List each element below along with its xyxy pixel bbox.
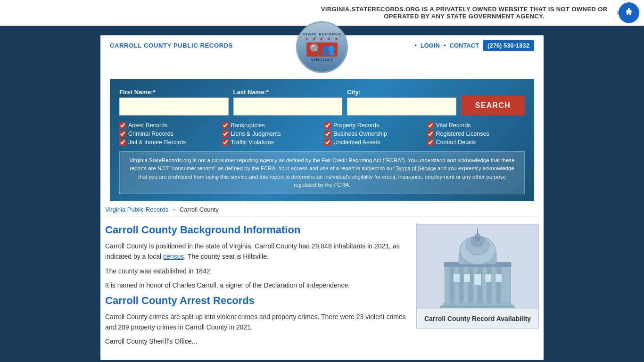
checkbox-input[interactable] bbox=[427, 131, 434, 137]
checkbox-label: Traffic Violations bbox=[231, 139, 274, 146]
svg-rect-7 bbox=[459, 264, 463, 304]
checkbox-label: Registered Licenses bbox=[436, 131, 489, 137]
arrest-text1: Carroll County crimes are split up into … bbox=[105, 312, 407, 333]
search-fields: First Name:* Last Name:* City: SEARCH bbox=[119, 89, 525, 115]
logo-bottom-text: VIRGINIA bbox=[311, 58, 333, 62]
content-sidebar: Carroll County Record Availability bbox=[416, 224, 539, 351]
login-link[interactable]: LOGIN bbox=[421, 42, 440, 49]
checkbox-input[interactable] bbox=[427, 122, 434, 129]
last-name-input[interactable] bbox=[233, 98, 343, 115]
checkbox-item: Bankruptcies bbox=[222, 122, 320, 129]
checkbox-input[interactable] bbox=[119, 131, 126, 137]
checkbox-input[interactable] bbox=[119, 122, 126, 129]
content-main: Carroll County Background Information Ca… bbox=[105, 224, 407, 351]
content-area: Carroll County Background Information Ca… bbox=[105, 224, 539, 360]
banner-text: VIRGINIA.STATERECORDS.ORG IS A PRIVATELY… bbox=[316, 6, 613, 20]
site-title: CARROLL COUNTY PUBLIC RECORDS bbox=[110, 42, 233, 49]
logo-center: STATE RECORDS ★ ★ ★ ★ ★ 🔍👥 VIRGINIA bbox=[296, 21, 348, 73]
sidebar-card-title: Carroll County Record Availability bbox=[417, 309, 538, 328]
search-section: First Name:* Last Name:* City: SEARCH bbox=[110, 79, 534, 201]
last-name-label: Last Name:* bbox=[233, 89, 343, 96]
accessibility-button[interactable] bbox=[619, 2, 639, 23]
svg-rect-24 bbox=[474, 274, 481, 286]
disclaimer: Virginia.StateRecords.org is not a consu… bbox=[119, 151, 525, 194]
checkbox-input[interactable] bbox=[427, 139, 434, 146]
breadcrumb: Virginia Public Records › Carroll County bbox=[105, 201, 539, 216]
bg-text1: Carroll County is positioned in the stat… bbox=[105, 241, 407, 262]
breadcrumb-area: Virginia Public Records › Carroll County… bbox=[100, 201, 544, 360]
header-top: CARROLL COUNTY PUBLIC RECORDS STATE RECO… bbox=[110, 40, 534, 56]
checkbox-input[interactable] bbox=[222, 131, 229, 137]
breadcrumb-parent-link[interactable]: Virginia Public Records bbox=[105, 206, 168, 213]
checkbox-item: Business Ownership bbox=[324, 131, 422, 137]
svg-rect-6 bbox=[449, 264, 454, 304]
city-label: City: bbox=[347, 89, 456, 96]
checkbox-label: Contact Details bbox=[436, 139, 476, 146]
svg-rect-23 bbox=[463, 274, 470, 282]
checkbox-item: Vital Records bbox=[427, 122, 525, 129]
checkbox-item: Liens & Judgments bbox=[222, 131, 320, 137]
main-wrapper: CARROLL COUNTY PUBLIC RECORDS STATE RECO… bbox=[96, 26, 548, 362]
svg-point-2 bbox=[628, 8, 630, 9]
checkbox-item: Traffic Violations bbox=[222, 139, 320, 146]
checkbox-item: Criminal Records bbox=[119, 131, 217, 137]
checkbox-label: Criminal Records bbox=[128, 131, 173, 137]
checkbox-label: Liens & Judgments bbox=[231, 131, 281, 137]
checkbox-label: Unclaimed Assets bbox=[333, 139, 380, 146]
svg-rect-22 bbox=[453, 274, 460, 282]
svg-rect-8 bbox=[468, 264, 473, 304]
sidebar-card-image bbox=[417, 224, 538, 309]
checkbox-input[interactable] bbox=[222, 122, 229, 129]
arrest-section-title: Carroll County Arrest Records bbox=[105, 295, 407, 307]
checkbox-input[interactable] bbox=[324, 131, 331, 137]
city-group: City: bbox=[347, 89, 456, 115]
logo-top-text: STATE RECORDS bbox=[303, 32, 342, 36]
checkbox-item: Property Records bbox=[324, 122, 422, 129]
bg-text2: The county was established in 1842. bbox=[105, 266, 407, 276]
breadcrumb-divider bbox=[105, 216, 539, 216]
checkbox-input[interactable] bbox=[324, 139, 331, 146]
checkbox-item: Registered Licenses bbox=[427, 131, 525, 137]
header-nav: • LOGIN • CONTACT (276) 530-1832 bbox=[414, 40, 534, 51]
nav-dot2: • bbox=[444, 42, 446, 49]
arrest-text2: Carroll County Sheriff's Office... bbox=[105, 336, 407, 346]
svg-rect-26 bbox=[495, 274, 502, 282]
svg-rect-14 bbox=[440, 305, 515, 308]
logo-icons: 🔍👥 bbox=[306, 42, 338, 57]
checkbox-label: Jail & Inmate Records bbox=[128, 139, 186, 146]
city-input[interactable] bbox=[347, 98, 456, 115]
checkbox-item: Contact Details bbox=[427, 139, 525, 146]
logo-stars: ★ ★ ★ ★ ★ bbox=[305, 36, 339, 41]
breadcrumb-separator: › bbox=[173, 206, 175, 213]
bg-section-title: Carroll County Background Information bbox=[105, 224, 407, 236]
first-name-input[interactable] bbox=[119, 98, 229, 115]
checkbox-label: Property Records bbox=[333, 122, 379, 129]
census-link[interactable]: census bbox=[163, 253, 184, 260]
checkbox-input[interactable] bbox=[324, 122, 331, 129]
checkboxes-grid: Arrest RecordsBankruptciesProperty Recor… bbox=[119, 122, 525, 146]
contact-link[interactable]: CONTACT bbox=[450, 42, 479, 49]
svg-rect-11 bbox=[496, 264, 501, 304]
checkbox-label: Business Ownership bbox=[333, 131, 387, 137]
checkbox-input[interactable] bbox=[119, 139, 126, 146]
svg-rect-25 bbox=[485, 274, 492, 282]
phone-number[interactable]: (276) 530-1832 bbox=[483, 40, 534, 51]
checkbox-item: Arrest Records bbox=[119, 122, 217, 129]
checkbox-label: Arrest Records bbox=[128, 122, 167, 129]
logo-circle: STATE RECORDS ★ ★ ★ ★ ★ 🔍👥 VIRGINIA bbox=[296, 21, 348, 73]
checkbox-item: Unclaimed Assets bbox=[324, 139, 422, 146]
checkbox-label: Vital Records bbox=[436, 122, 471, 129]
sidebar-card: Carroll County Record Availability bbox=[416, 224, 539, 329]
breadcrumb-current: Carroll County bbox=[180, 206, 219, 213]
checkbox-label: Bankruptcies bbox=[231, 122, 265, 129]
main-card: CARROLL COUNTY PUBLIC RECORDS STATE RECO… bbox=[100, 35, 544, 360]
checkbox-item: Jail & Inmate Records bbox=[119, 139, 217, 146]
first-name-label: First Name:* bbox=[119, 89, 229, 96]
terms-link[interactable]: Terms of Service bbox=[396, 165, 436, 171]
header-card: CARROLL COUNTY PUBLIC RECORDS STATE RECO… bbox=[100, 35, 544, 201]
accessibility-icon bbox=[623, 7, 635, 18]
checkbox-input[interactable] bbox=[222, 139, 229, 146]
building-illustration bbox=[417, 224, 538, 309]
search-button[interactable]: SEARCH bbox=[461, 96, 525, 115]
first-name-group: First Name:* bbox=[119, 89, 229, 115]
